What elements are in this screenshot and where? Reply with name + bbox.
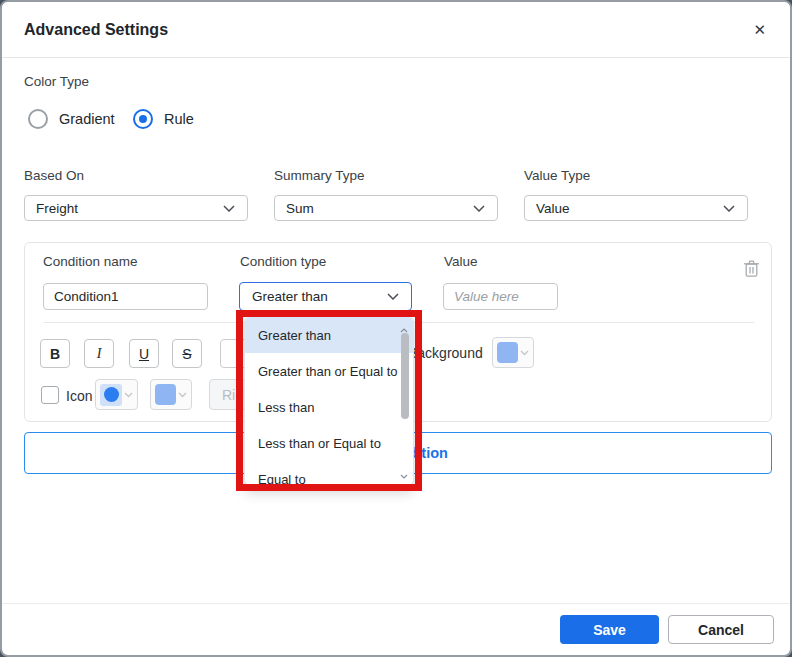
based-on-value: Freight bbox=[36, 201, 78, 216]
summary-type-value: Sum bbox=[286, 201, 314, 216]
dropdown-item-less-than[interactable]: Less than bbox=[245, 389, 413, 425]
color-type-label: Color Type bbox=[24, 74, 89, 89]
gradient-radio-label: Gradient bbox=[59, 111, 115, 127]
condition-type-value: Greater than bbox=[252, 289, 328, 304]
save-button[interactable]: Save bbox=[560, 615, 659, 644]
dialog-header: Advanced Settings ✕ bbox=[2, 2, 790, 58]
chevron-down-icon bbox=[223, 205, 235, 212]
background-color-swatch bbox=[497, 342, 518, 363]
footer-divider bbox=[2, 603, 790, 604]
advanced-settings-dialog: Advanced Settings ✕ Color Type Gradient … bbox=[0, 0, 792, 657]
strikethrough-button[interactable]: S bbox=[172, 339, 202, 368]
chevron-down-icon bbox=[124, 392, 133, 398]
value-type-value: Value bbox=[536, 201, 570, 216]
scroll-down-icon[interactable] bbox=[399, 465, 409, 483]
chevron-down-icon bbox=[520, 350, 529, 356]
icon-color-picker[interactable] bbox=[150, 379, 192, 410]
background-color-picker[interactable] bbox=[492, 337, 534, 368]
based-on-label: Based On bbox=[24, 168, 84, 183]
icon-shape-picker[interactable] bbox=[95, 379, 138, 410]
based-on-select[interactable]: Freight bbox=[24, 195, 248, 221]
value-type-select[interactable]: Value bbox=[524, 195, 748, 221]
summary-type-label: Summary Type bbox=[274, 168, 365, 183]
rule-radio-label: Rule bbox=[164, 111, 194, 127]
radio-option-gradient[interactable]: Gradient bbox=[28, 108, 115, 130]
icon-color-swatch bbox=[155, 384, 176, 405]
background-label: Background bbox=[408, 345, 483, 361]
bold-button[interactable]: B bbox=[40, 339, 70, 368]
circle-icon-selected bbox=[100, 384, 122, 406]
scrollbar-thumb[interactable] bbox=[401, 333, 409, 419]
condition-type-label: Condition type bbox=[240, 254, 326, 269]
italic-button[interactable]: I bbox=[84, 339, 114, 368]
gradient-radio-icon[interactable] bbox=[28, 109, 48, 129]
dropdown-item-greater-than-or-equal[interactable]: Greater than or Equal to bbox=[245, 353, 413, 389]
chevron-down-icon bbox=[723, 205, 735, 212]
dropdown-item-less-than-or-equal[interactable]: Less than or Equal to bbox=[245, 425, 413, 461]
chevron-down-icon bbox=[473, 205, 485, 212]
condition-value-label: Value bbox=[444, 254, 478, 269]
condition-type-dropdown-popup: Greater than Greater than or Equal to Le… bbox=[244, 316, 414, 486]
condition-value-input[interactable] bbox=[443, 283, 558, 310]
dropdown-item-equal-to[interactable]: Equal to bbox=[245, 461, 413, 486]
value-type-label: Value Type bbox=[524, 168, 590, 183]
icon-label: Icon bbox=[66, 388, 92, 404]
cancel-button[interactable]: Cancel bbox=[668, 615, 774, 644]
delete-condition-icon[interactable] bbox=[743, 259, 760, 278]
close-icon[interactable]: ✕ bbox=[753, 20, 766, 40]
condition-name-input[interactable] bbox=[43, 283, 208, 310]
chevron-down-icon bbox=[387, 293, 399, 300]
circle-icon bbox=[104, 387, 119, 402]
condition-name-label: Condition name bbox=[43, 254, 138, 269]
dialog-title: Advanced Settings bbox=[24, 21, 168, 39]
chevron-down-icon bbox=[178, 392, 187, 398]
condition-type-select[interactable]: Greater than bbox=[239, 282, 412, 311]
underline-button[interactable]: U bbox=[129, 339, 159, 368]
rule-radio-icon[interactable] bbox=[133, 109, 153, 129]
dropdown-item-greater-than[interactable]: Greater than bbox=[245, 317, 413, 353]
radio-option-rule[interactable]: Rule bbox=[133, 108, 194, 130]
icon-checkbox[interactable] bbox=[41, 386, 59, 404]
summary-type-select[interactable]: Sum bbox=[274, 195, 498, 221]
